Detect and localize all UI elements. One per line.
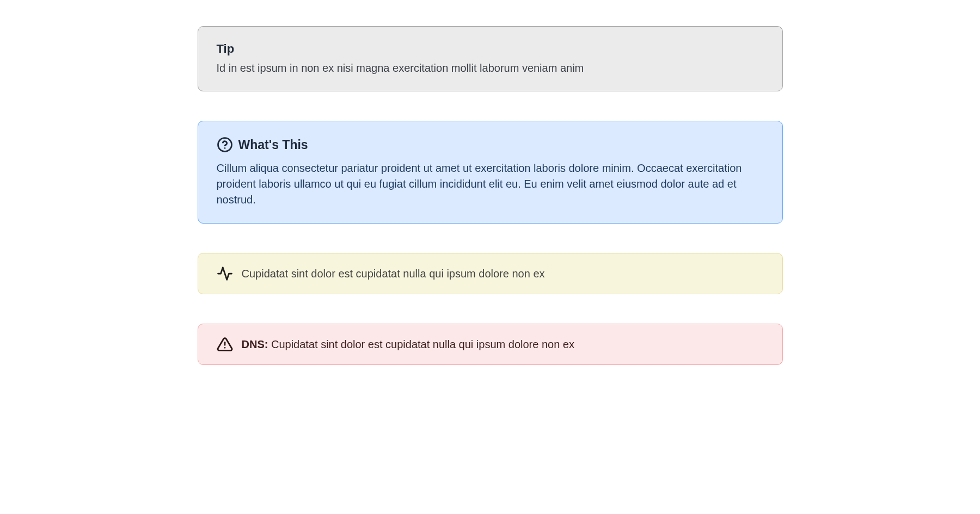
callout-info: What's This Cillum aliqua consectetur pa… [198,121,783,224]
callout-warn: Cupidatat sint dolor est cupidatat nulla… [198,253,783,294]
callout-warn-body: Cupidatat sint dolor est cupidatat nulla… [242,268,545,280]
callout-info-body: Cillum aliqua consectetur pariatur proid… [217,160,764,208]
callout-danger-label: DNS: [242,338,268,350]
callout-list: Tip Id in est ipsum in non ex nisi magna… [198,26,783,365]
alert-triangle-icon [217,336,233,352]
callout-info-title: What's This [238,138,308,152]
callout-tip: Tip Id in est ipsum in non ex nisi magna… [198,26,783,91]
callout-tip-title: Tip [217,42,764,56]
callout-danger-text: Cupidatat sint dolor est cupidatat nulla… [271,338,574,350]
callout-info-header: What's This [217,137,764,153]
callout-danger-body: DNS: Cupidatat sint dolor est cupidatat … [242,338,574,351]
callout-danger: DNS: Cupidatat sint dolor est cupidatat … [198,324,783,365]
callout-tip-body: Id in est ipsum in non ex nisi magna exe… [217,60,764,76]
activity-icon [217,265,233,282]
help-circle-icon [217,137,233,153]
